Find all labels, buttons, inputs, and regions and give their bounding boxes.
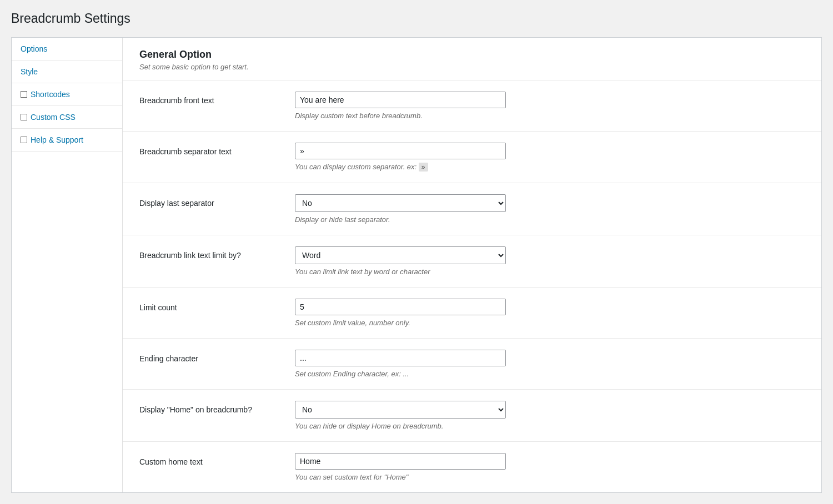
sidebar-item-shortcodes[interactable]: Shortcodes (12, 83, 122, 106)
section-title: General Option (139, 49, 805, 61)
content-area: General Option Set some basic option to … (123, 38, 821, 492)
input-limit-count[interactable] (295, 299, 506, 315)
settings-container: Breadcrumb front textDisplay custom text… (123, 80, 821, 492)
setting-control-breadcrumb-separator-text: You can display custom separator. ex: » (295, 143, 805, 172)
hint-display-last-separator: Display or hide last separator. (295, 215, 805, 224)
settings-row-display-last-separator: Display last separatorNoYesDisplay or hi… (123, 183, 821, 235)
hint-breadcrumb-separator-text: You can display custom separator. ex: » (295, 163, 805, 172)
sidebar-item-options[interactable]: Options (12, 38, 122, 61)
sidebar-label-options: Options (21, 44, 47, 53)
sidebar-label-custom-css: Custom CSS (31, 113, 76, 122)
section-header: General Option Set some basic option to … (123, 38, 821, 80)
select-display-home[interactable]: NoYes (295, 401, 506, 419)
square-icon (21, 91, 27, 98)
setting-control-display-home: NoYesYou can hide or display Home on bre… (295, 401, 805, 430)
input-breadcrumb-front-text[interactable] (295, 92, 506, 108)
input-custom-home-text[interactable] (295, 453, 506, 470)
setting-label-display-last-separator: Display last separator (139, 194, 295, 208)
setting-control-breadcrumb-front-text: Display custom text before breadcrumb. (295, 92, 805, 120)
select-display-last-separator[interactable]: NoYes (295, 194, 506, 212)
sidebar-label-shortcodes: Shortcodes (31, 90, 70, 99)
settings-row-breadcrumb-front-text: Breadcrumb front textDisplay custom text… (123, 80, 821, 132)
settings-row-display-home: Display "Home" on breadcrumb?NoYesYou ca… (123, 390, 821, 442)
hint-display-home: You can hide or display Home on breadcru… (295, 422, 805, 430)
page-title: Breadcrumb Settings (11, 11, 822, 26)
section-subtitle: Set some basic option to get start. (139, 63, 805, 71)
hint-breadcrumb-link-text-limit: You can limit link text by word or chara… (295, 268, 805, 276)
select-breadcrumb-link-text-limit[interactable]: WordCharacter (295, 246, 506, 264)
setting-label-ending-character: Ending character (139, 350, 295, 363)
setting-label-breadcrumb-front-text: Breadcrumb front text (139, 92, 295, 105)
sidebar-item-custom-css[interactable]: Custom CSS (12, 106, 122, 129)
setting-control-breadcrumb-link-text-limit: WordCharacterYou can limit link text by … (295, 246, 805, 276)
setting-label-limit-count: Limit count (139, 299, 295, 312)
input-breadcrumb-separator-text[interactable] (295, 143, 506, 159)
sidebar-label-help-support: Help & Support (31, 135, 83, 144)
sidebar-item-style[interactable]: Style (12, 61, 122, 83)
settings-row-custom-home-text: Custom home textYou can set custom text … (123, 442, 821, 492)
setting-control-display-last-separator: NoYesDisplay or hide last separator. (295, 194, 805, 224)
setting-control-custom-home-text: You can set custom text for "Home" (295, 453, 805, 481)
setting-control-ending-character: Set custom Ending character, ex: ... (295, 350, 805, 378)
setting-label-display-home: Display "Home" on breadcrumb? (139, 401, 295, 414)
hint-limit-count: Set custom limit value, number only. (295, 319, 805, 327)
hint-breadcrumb-front-text: Display custom text before breadcrumb. (295, 112, 805, 120)
hint-badge: » (419, 163, 428, 172)
hint-custom-home-text: You can set custom text for "Home" (295, 473, 805, 481)
hint-ending-character: Set custom Ending character, ex: ... (295, 370, 805, 378)
settings-row-limit-count: Limit countSet custom limit value, numbe… (123, 288, 821, 339)
square-icon (21, 114, 27, 120)
settings-row-ending-character: Ending characterSet custom Ending charac… (123, 339, 821, 390)
setting-label-breadcrumb-separator-text: Breadcrumb separator text (139, 143, 295, 156)
sidebar-item-help-support[interactable]: Help & Support (12, 129, 122, 152)
setting-label-breadcrumb-link-text-limit: Breadcrumb link text limit by? (139, 246, 295, 260)
sidebar: OptionsStyleShortcodesCustom CSSHelp & S… (12, 38, 123, 492)
sidebar-label-style: Style (21, 67, 38, 76)
setting-label-custom-home-text: Custom home text (139, 453, 295, 466)
setting-control-limit-count: Set custom limit value, number only. (295, 299, 805, 327)
settings-row-breadcrumb-link-text-limit: Breadcrumb link text limit by?WordCharac… (123, 235, 821, 288)
input-ending-character[interactable] (295, 350, 506, 366)
square-icon (21, 137, 27, 143)
settings-row-breadcrumb-separator-text: Breadcrumb separator textYou can display… (123, 132, 821, 183)
